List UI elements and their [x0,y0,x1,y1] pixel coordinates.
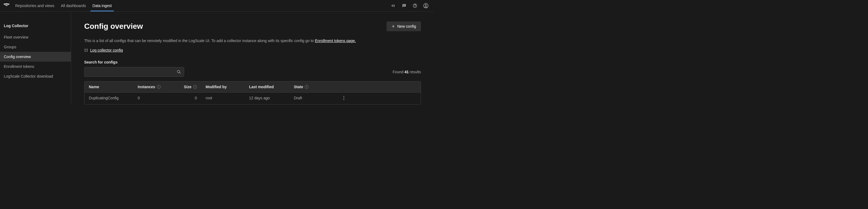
table-header: Name Instances i Size i Modified by Last… [85,81,421,93]
row-actions-menu-icon[interactable] [343,96,344,101]
svg-point-3 [177,70,180,73]
info-icon[interactable]: i [305,85,309,89]
search-icon[interactable] [177,69,181,74]
svg-point-2 [425,4,427,6]
nav-data-ingest[interactable]: Data ingest [93,0,112,11]
column-header-modified-by[interactable]: Modified by [201,81,245,92]
column-header-state[interactable]: State i [289,81,337,92]
cell-state: Draft [289,93,337,104]
configs-table: Name Instances i Size i Modified by Last… [84,81,421,104]
nav-repositories[interactable]: Repositories and views [15,0,54,11]
cell-name: DuplicatingConfig [85,93,133,104]
cell-instances: 0 [133,93,178,104]
log-collector-config-link[interactable]: Log collector config [90,48,123,53]
svg-point-4 [344,96,344,97]
cell-modified-by: root [201,93,245,104]
column-header-size[interactable]: Size i [178,81,201,92]
sidebar-heading: Log Collector [0,22,71,30]
plus-icon [391,25,395,28]
info-icon[interactable]: i [157,85,161,89]
new-config-label: New config [397,24,416,29]
column-header-instances[interactable]: Instances i [133,81,178,92]
enrollment-tokens-link[interactable]: Enrollment tokens page. [315,39,356,43]
results-count-text: Found 41 results [393,70,421,74]
help-icon[interactable] [412,3,418,8]
chat-icon[interactable] [401,3,407,8]
column-header-last-modified[interactable]: Last modified [245,81,289,92]
sidebar-item-collector-download[interactable]: LogScale Collector download [0,71,71,81]
sidebar-item-fleet-overview[interactable]: Fleet overview [0,32,71,42]
user-avatar-icon[interactable] [423,3,429,8]
column-header-name[interactable]: Name [85,81,133,92]
search-label: Search for configs [84,60,421,64]
svg-point-5 [344,98,344,99]
svg-point-6 [344,99,344,100]
page-description: This is a list of all configs that can b… [84,38,421,44]
announcement-icon[interactable] [391,3,396,8]
new-config-button[interactable]: New config [386,22,421,31]
nav-dashboards[interactable]: All dashboards [61,0,86,11]
table-row[interactable]: DuplicatingConfig 0 0 root 12 days ago D… [85,93,421,104]
info-icon[interactable]: i [193,85,197,89]
search-input[interactable] [84,67,184,77]
sidebar-item-config-overview[interactable]: Config overview [0,52,71,62]
book-icon [84,48,88,52]
sidebar-item-enrollment-tokens[interactable]: Enrollment tokens [0,62,71,71]
cell-size: 0 [178,93,201,104]
cell-last-modified: 12 days ago [245,93,289,104]
app-logo[interactable] [2,1,11,10]
page-title: Config overview [84,22,143,31]
sidebar-item-groups[interactable]: Groups [0,42,71,52]
